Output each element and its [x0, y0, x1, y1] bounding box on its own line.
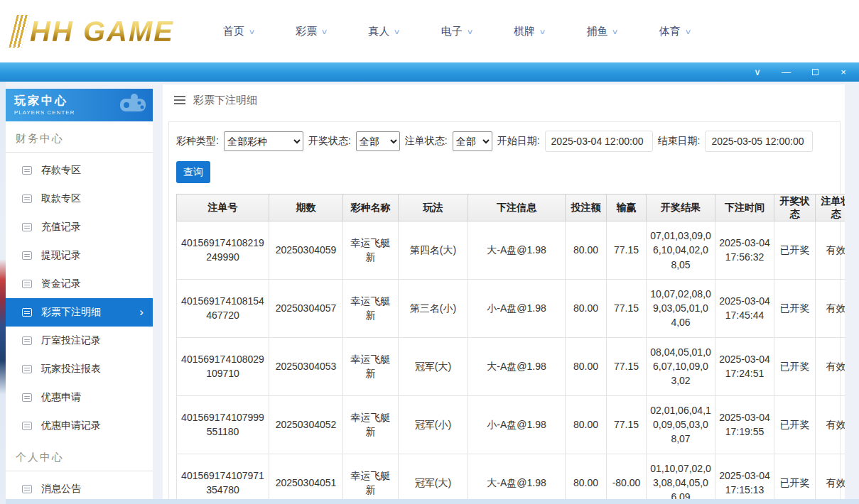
nav-item-lottery[interactable]: 彩票∨: [296, 25, 327, 38]
sidebar-item-hall-bet-records[interactable]: 厅室投注记录: [6, 327, 153, 355]
window-menu-chevron-icon[interactable]: ∨: [753, 67, 762, 77]
nav-item-label: 棋牌: [514, 25, 535, 38]
table-cell: 已开奖: [774, 454, 816, 504]
nav-item-home[interactable]: 首页∨: [223, 25, 254, 38]
table-cell: 401569174107999551180: [177, 395, 269, 454]
sidebar-item-withdraw[interactable]: 取款专区: [6, 185, 153, 213]
table-cell: 有效: [816, 395, 846, 454]
sidebar-item-label: 优惠申请记录: [41, 420, 101, 432]
table-cell: 大-A盘@1.98: [468, 454, 566, 504]
table-header-cell: 下注时间: [715, 195, 774, 221]
hamburger-menu-icon[interactable]: [174, 96, 185, 104]
sidebar-item-player-bet-report[interactable]: 玩家投注报表: [6, 355, 153, 383]
sidebar-item-lottery-bet-details[interactable]: 彩票下注明细›: [6, 298, 153, 327]
table-row: 40156917410815446772020250304057幸运飞艇新第三名…: [177, 279, 846, 337]
table-cell: 80.00: [566, 395, 607, 454]
chevron-down-icon: ∨: [321, 28, 328, 35]
sidebar-item-label: 资金记录: [41, 278, 81, 290]
sidebar-item-label: 提现记录: [41, 249, 81, 262]
table-cell: 2025-03-04 17:56:32: [715, 221, 774, 280]
table-cell: 2025-03-04 17:19:55: [715, 395, 774, 454]
nav-item-label: 电子: [441, 25, 463, 38]
table-cell: 冠军(小): [399, 395, 468, 454]
sidebar-item-label: 消息公告: [41, 483, 81, 495]
table-cell: 第三名(小): [399, 279, 468, 337]
sidebar-item-funds-records[interactable]: 资金记录: [6, 270, 153, 298]
table-header-cell: 注单号: [177, 195, 269, 221]
lottery-type-select[interactable]: 全部彩种: [224, 131, 303, 151]
sidebar-item-deposit[interactable]: 存款专区: [6, 156, 153, 185]
table-cell: 有效: [816, 454, 846, 504]
recharge-record-icon: [22, 223, 32, 231]
search-button[interactable]: 查询: [176, 161, 210, 183]
promo-record-icon: [22, 422, 32, 430]
desktop-background-sliver: [0, 82, 6, 504]
logo-text: HH GAME: [30, 16, 174, 48]
table-row: 40156917410797135478020250304051幸运飞艇新冠军(…: [177, 454, 846, 504]
sidebar-item-label: 存款专区: [41, 164, 81, 177]
order-status-select[interactable]: 全部: [453, 131, 492, 151]
table-cell: 幸运飞艇新: [343, 279, 399, 337]
table-header-cell: 期数: [269, 195, 343, 221]
draw-status-select[interactable]: 全部: [356, 131, 400, 151]
nav-item-sports[interactable]: 体育∨: [659, 25, 691, 38]
table-header-cell: 下注信息: [468, 195, 566, 221]
bets-table: 注单号期数彩种名称玩法下注信息投注额输赢开奖结果下注时间开奖状态注单状态 401…: [176, 194, 845, 504]
chevron-down-icon: ∨: [539, 28, 546, 35]
sidebar-header: 玩家中心 PLAYERS CENTER: [6, 89, 153, 121]
withdrawal-record-icon: [22, 251, 32, 260]
promo-icon: [22, 393, 32, 402]
hall-record-icon: [22, 336, 32, 345]
end-date-input[interactable]: [705, 131, 813, 152]
nav-item-live[interactable]: 真人∨: [368, 25, 399, 38]
window-minimize-button[interactable]: —: [782, 67, 791, 77]
site-header: HH GAME 首页∨彩票∨真人∨电子∨棋牌∨捕鱼∨体育∨: [0, 0, 859, 62]
table-cell: 401569174108219249990: [177, 221, 269, 280]
sidebar-item-label: 取款专区: [41, 192, 81, 205]
chevron-right-icon: ›: [139, 305, 144, 319]
table-cell: 已开奖: [774, 221, 816, 280]
table-cell: 401569174107971354780: [177, 454, 269, 504]
main-content: 彩票下注明细 彩种类型: 全部彩种 开奖状态: 全部 注单状态: 全部 开始日期…: [163, 84, 845, 504]
nav-item-slots[interactable]: 电子∨: [441, 25, 472, 38]
table-cell: 已开奖: [774, 395, 816, 454]
nav-item-label: 首页: [223, 25, 244, 38]
window-close-button[interactable]: ×: [839, 67, 848, 77]
start-date-input[interactable]: [545, 131, 653, 152]
funds-record-icon: [22, 280, 32, 288]
nav-item-chess[interactable]: 棋牌∨: [514, 25, 545, 38]
table-cell: 2025-03-04 17:45:44: [715, 279, 774, 337]
table-cell: 大-A盘@1.98: [468, 337, 566, 395]
bell-icon: [22, 485, 32, 493]
table-header-cell: 彩种名称: [343, 195, 399, 221]
sidebar-item-recharge-records[interactable]: 充值记录: [6, 213, 153, 241]
table-header-cell: 开奖结果: [647, 195, 715, 221]
table-cell: 20250304057: [269, 279, 343, 337]
draw-status-label: 开奖状态:: [308, 135, 351, 148]
main-nav: 首页∨彩票∨真人∨电子∨棋牌∨捕鱼∨体育∨: [174, 25, 740, 38]
table-cell: 10,07,02,08,09,03,05,01,04,06: [647, 279, 715, 337]
nav-item-fishing[interactable]: 捕鱼∨: [586, 25, 617, 38]
sidebar-section-title: 个人中心: [6, 440, 153, 471]
bet-detail-icon: [22, 308, 32, 317]
window-maximize-button[interactable]: [811, 67, 819, 77]
sidebar-item-promo-apply-records[interactable]: 优惠申请记录: [6, 412, 153, 440]
sidebar-item-promo-apply[interactable]: 优惠申请: [6, 383, 153, 412]
page-title: 彩票下注明细: [193, 94, 257, 107]
sidebar-item-label: 充值记录: [41, 221, 81, 234]
logo-stripes-icon: [9, 15, 29, 48]
sidebar-item-label: 厅室投注记录: [41, 334, 101, 347]
site-logo[interactable]: HH GAME: [13, 15, 174, 48]
horizontal-scrollbar-track[interactable]: [6, 499, 859, 504]
table-cell: 第四名(大): [399, 221, 468, 280]
end-date-label: 结束日期:: [658, 135, 701, 148]
report-icon: [22, 365, 32, 373]
table-cell: 08,04,05,01,06,07,10,09,03,02: [647, 337, 715, 395]
table-body: 40156917410821924999020250304059幸运飞艇新第四名…: [177, 221, 846, 504]
table-cell: 已开奖: [774, 337, 816, 395]
sidebar-item-withdraw-records[interactable]: 提现记录: [6, 241, 153, 270]
table-cell: 小-A盘@1.98: [468, 395, 566, 454]
table-cell: 02,01,06,04,10,09,05,03,08,07: [647, 395, 715, 454]
table-cell: 77.15: [607, 337, 647, 395]
table-cell: 2025-03-04 17:15:13: [715, 454, 774, 504]
